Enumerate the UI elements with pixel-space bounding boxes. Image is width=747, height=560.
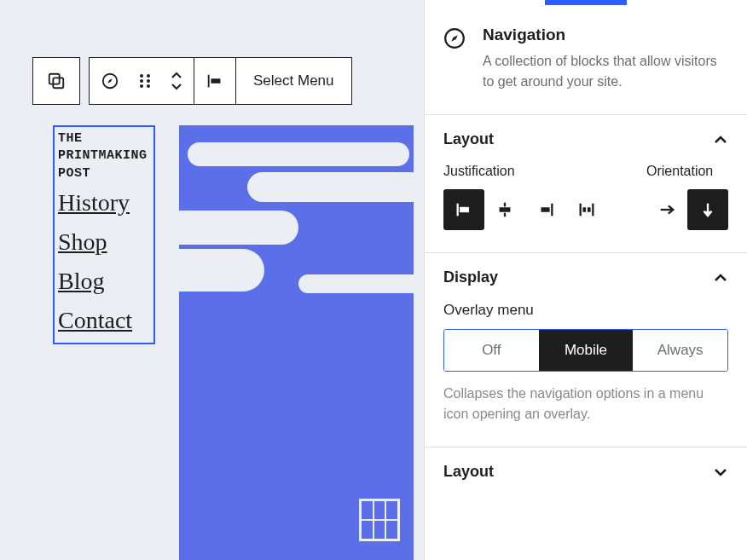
layout-section-toggle[interactable]: Layout [425, 115, 747, 164]
chevron-down-icon [713, 467, 728, 477]
svg-rect-21 [500, 207, 511, 212]
svg-point-10 [140, 79, 143, 83]
overlay-menu-segmented: Off Mobile Always [443, 329, 728, 372]
justification-control: Justification [443, 164, 607, 230]
orientation-vertical-button[interactable] [687, 189, 728, 230]
svg-point-13 [147, 84, 150, 88]
parent-block-button[interactable] [32, 57, 80, 105]
block-toolbar: Select Menu [32, 57, 352, 105]
block-type-button[interactable] [90, 57, 130, 105]
select-menu-button[interactable]: Select Menu [236, 57, 351, 105]
overlay-menu-label: Overlay menu [443, 302, 728, 319]
settings-sidebar: Navigation A collection of blocks that a… [424, 0, 747, 560]
editor-canvas: Select Menu THE PRINTMAKING POST History… [0, 0, 424, 560]
layout-section: Layout Justification [425, 115, 747, 253]
justify-left-icon [455, 200, 473, 219]
move-down-button[interactable] [171, 82, 182, 90]
svg-point-12 [140, 84, 143, 88]
justify-right-icon [536, 200, 555, 219]
compass-icon [443, 27, 466, 49]
svg-rect-18 [460, 207, 468, 212]
block-description: A collection of blocks that allow visito… [483, 51, 728, 92]
justification-label: Justification [443, 164, 607, 179]
nav-item-contact[interactable]: Contact [58, 307, 150, 334]
chevron-down-icon [171, 82, 182, 90]
site-title[interactable]: THE PRINTMAKING POST [58, 130, 150, 182]
justify-left-button[interactable] [443, 189, 484, 230]
chevron-up-icon [713, 135, 728, 145]
section-title: Layout [443, 463, 494, 481]
svg-rect-15 [211, 78, 220, 84]
layout-section-2-toggle[interactable]: Layout [425, 447, 747, 496]
arrow-down-icon [698, 200, 717, 219]
nav-list: History Shop Blog Contact [58, 189, 150, 334]
svg-rect-6 [53, 78, 63, 88]
drag-icon [138, 72, 152, 90]
move-buttons [159, 72, 194, 90]
nav-item-shop[interactable]: Shop [58, 228, 150, 256]
justify-space-between-icon [577, 200, 596, 219]
justify-space-between-button[interactable] [566, 189, 607, 230]
overlay-always-button[interactable]: Always [633, 330, 727, 371]
chevron-up-icon [713, 273, 728, 283]
display-section: Display Overlay menu Off Mobile Always C… [425, 253, 747, 447]
svg-rect-0 [209, 338, 211, 355]
arrow-right-icon [657, 200, 676, 219]
drag-handle[interactable] [130, 57, 159, 105]
layout-section-2: Layout [425, 447, 747, 496]
justify-center-icon [495, 200, 514, 219]
svg-rect-5 [49, 74, 60, 84]
svg-rect-1 [222, 337, 224, 355]
orientation-horizontal-button[interactable] [646, 189, 687, 230]
justify-center-button[interactable] [484, 189, 525, 230]
section-title: Display [443, 268, 498, 286]
navigation-block[interactable]: THE PRINTMAKING POST History Shop Blog C… [53, 125, 155, 344]
featured-image [179, 125, 414, 560]
display-section-toggle[interactable]: Display [425, 253, 747, 302]
block-title: Navigation [483, 26, 728, 44]
move-up-button[interactable] [171, 72, 182, 80]
group-icon [47, 72, 66, 90]
overlay-help-text: Collapses the navigation options in a me… [443, 384, 728, 424]
svg-rect-4 [381, 347, 383, 372]
justify-right-button[interactable] [525, 189, 566, 230]
nav-item-blog[interactable]: Blog [58, 268, 150, 295]
svg-rect-23 [541, 207, 550, 212]
block-card: Navigation A collection of blocks that a… [425, 5, 747, 115]
svg-rect-27 [588, 207, 591, 212]
svg-point-11 [147, 79, 150, 83]
svg-point-8 [140, 74, 143, 78]
svg-rect-26 [582, 207, 586, 212]
svg-rect-3 [275, 343, 278, 364]
svg-point-9 [147, 74, 150, 78]
overlay-mobile-button[interactable]: Mobile [539, 330, 634, 371]
nav-item-history[interactable]: History [58, 189, 150, 216]
section-title: Layout [443, 130, 494, 148]
align-left-icon [206, 72, 224, 90]
orientation-label: Orientation [646, 164, 728, 179]
chevron-up-icon [171, 72, 182, 80]
overlay-off-button[interactable]: Off [444, 330, 539, 371]
compass-icon [101, 72, 119, 90]
svg-rect-2 [244, 334, 246, 355]
orientation-control: Orientation [646, 164, 728, 230]
align-button[interactable] [194, 57, 235, 105]
